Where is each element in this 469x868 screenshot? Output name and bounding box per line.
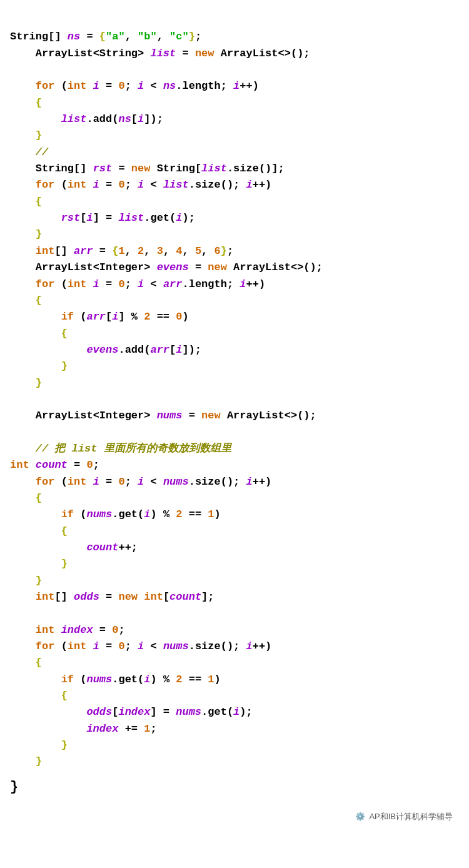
footer-icon: ⚙️	[355, 810, 365, 823]
footer-text: AP和IB计算机科学辅导	[369, 810, 453, 823]
code-display: String[] ns = {"a", "b", "c"}; ArrayList…	[10, 13, 459, 770]
footer: ⚙️ AP和IB计算机科学辅导	[10, 810, 459, 823]
closing-brace: }	[10, 777, 459, 798]
